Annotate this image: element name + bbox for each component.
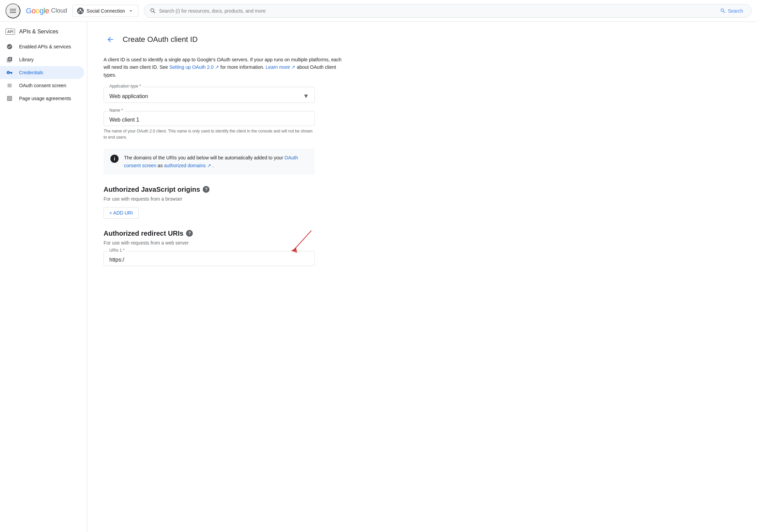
navbar: Google Cloud Social Connection Search [0, 0, 757, 22]
page-header: Create OAuth client ID [104, 33, 741, 46]
redirect-uris-help-icon[interactable]: ? [186, 230, 193, 237]
uri-input[interactable] [109, 257, 309, 263]
page-title: Create OAuth client ID [123, 35, 198, 44]
js-origins-desc: For use with requests from a browser [104, 196, 741, 202]
search-bar: Search [144, 4, 752, 18]
description-text: A client ID is used to identify a single… [104, 56, 342, 79]
sidebar-title: APIs & Services [19, 29, 58, 35]
sidebar-item-oauth-consent[interactable]: OAuth consent screen [0, 79, 84, 92]
cloud-text: Cloud [51, 7, 67, 14]
redirect-uris-title: Authorized redirect URIs [104, 230, 183, 237]
add-uri-button[interactable]: + ADD URI [104, 207, 139, 219]
add-uri-label: + ADD URI [109, 210, 133, 216]
js-origins-title: Authorized JavaScript origins [104, 186, 200, 193]
sidebar-item-enabled-apis[interactable]: Enabled APIs & services [0, 40, 84, 53]
library-icon [5, 57, 14, 63]
name-input[interactable] [109, 117, 309, 123]
app-type-field: Application type Web application ▼ [104, 87, 315, 103]
name-group: Name The name of your OAuth 2.0 client. … [104, 111, 315, 140]
setting-up-link[interactable]: Setting up OAuth 2.0 ↗ [169, 64, 220, 70]
api-badge: API [5, 29, 15, 35]
app-type-group: Application type Web application ▼ [104, 87, 315, 103]
search-btn-label: Search [728, 8, 743, 14]
info-text-3: . [213, 163, 214, 168]
svg-point-2 [81, 11, 83, 12]
credentials-icon [5, 69, 14, 76]
sidebar-item-page-usage[interactable]: Page usage agreements [0, 92, 84, 105]
sidebar-item-library-label: Library [19, 57, 34, 62]
project-selector[interactable]: Social Connection [73, 5, 138, 17]
project-icon [77, 7, 84, 14]
sidebar-header: API APIs & Services [0, 25, 87, 40]
info-text: The domains of the URIs you add below wi… [124, 154, 308, 169]
chevron-down-icon [128, 8, 134, 14]
learn-more-link[interactable]: Learn more ↗ [266, 64, 297, 70]
js-origins-title-wrapper: Authorized JavaScript origins ? [104, 186, 741, 193]
sidebar: API APIs & Services Enabled APIs & servi… [0, 22, 87, 532]
main-content: Create OAuth client ID A client ID is us… [87, 22, 757, 532]
redirect-uris-desc: For use with requests from a web server [104, 240, 741, 246]
authorized-domains-link[interactable]: authorized domains ↗ [164, 163, 213, 168]
sidebar-item-credentials[interactable]: Credentials [0, 66, 84, 79]
app-type-select[interactable]: Web application [109, 93, 303, 99]
search-button[interactable]: Search [717, 8, 746, 14]
sidebar-item-oauth-consent-label: OAuth consent screen [19, 83, 66, 88]
svg-point-1 [78, 11, 79, 12]
search-icon [150, 7, 156, 14]
uri-field: URIs 1 * [104, 251, 315, 266]
info-box: i The domains of the URIs you add below … [104, 148, 315, 175]
back-button[interactable] [104, 33, 117, 46]
page-usage-icon [5, 95, 14, 101]
search-input[interactable] [159, 8, 714, 14]
search-btn-icon [720, 8, 726, 14]
name-hint: The name of your OAuth 2.0 client. This … [104, 128, 315, 140]
sidebar-item-enabled-apis-label: Enabled APIs & services [19, 44, 71, 49]
menu-button[interactable] [5, 3, 20, 18]
sidebar-item-credentials-label: Credentials [19, 70, 43, 75]
name-label: Name [108, 108, 124, 113]
google-text: Google [26, 6, 49, 15]
for-more-text: for more information. [220, 64, 264, 70]
js-origins-help-icon[interactable]: ? [203, 186, 210, 193]
redirect-uris-section: Authorized redirect URIs ? For use with … [104, 230, 741, 266]
project-name: Social Connection [87, 8, 125, 14]
info-icon: i [110, 155, 119, 163]
red-arrow [284, 227, 325, 254]
sidebar-item-page-usage-label: Page usage agreements [19, 96, 71, 101]
js-origins-section: Authorized JavaScript origins ? For use … [104, 186, 741, 219]
uri-field-label: URIs 1 * [108, 248, 126, 253]
app-type-label: Application type [108, 84, 142, 89]
svg-point-0 [79, 9, 81, 11]
sidebar-item-library[interactable]: Library [0, 53, 84, 66]
oauth-consent-icon [5, 82, 14, 89]
layout: API APIs & Services Enabled APIs & servi… [0, 22, 757, 532]
info-text-1: The domains of the URIs you add below wi… [124, 155, 283, 160]
app-type-select-wrapper: Web application ▼ [109, 93, 309, 100]
uri-field-container: URIs 1 * [104, 251, 315, 266]
select-arrow-icon: ▼ [303, 93, 309, 100]
redirect-uris-title-wrapper: Authorized redirect URIs ? [104, 230, 741, 237]
name-field: Name [104, 111, 315, 126]
google-cloud-logo[interactable]: Google Cloud [26, 6, 67, 15]
svg-line-3 [294, 231, 311, 249]
enabled-apis-icon [5, 44, 14, 50]
info-text-2: as [158, 163, 163, 168]
